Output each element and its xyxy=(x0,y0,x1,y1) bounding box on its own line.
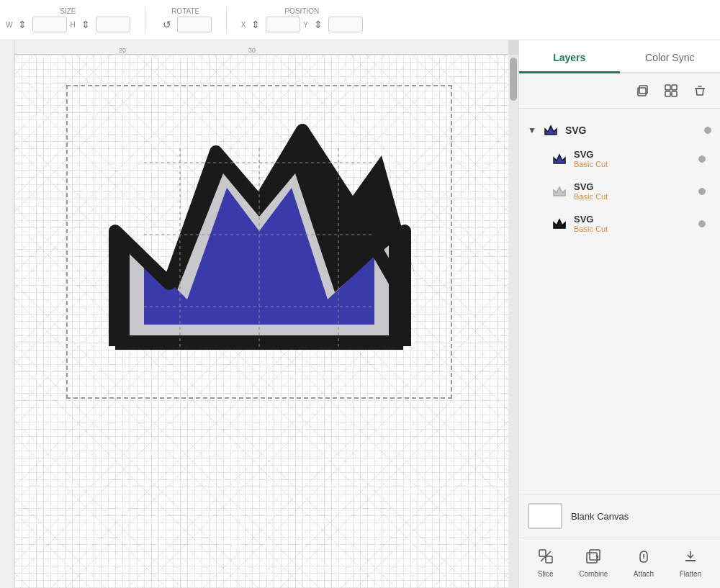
main-toolbar: Size W ⇕ H ⇕ Rotate ↺ Position X ⇕ Y ⇕ xyxy=(0,0,720,40)
canvas-area[interactable]: 20 30 xyxy=(0,40,518,588)
attach-label: Attach xyxy=(634,570,654,578)
y-input[interactable] xyxy=(328,17,363,32)
size-row: W ⇕ H ⇕ xyxy=(6,17,130,32)
ruler-mark-20: 20 xyxy=(119,47,126,54)
ruler-horizontal: 20 30 xyxy=(0,40,508,55)
layer-3-name: SVG xyxy=(574,214,608,225)
combine-label: Combine xyxy=(579,570,608,578)
y-stepper[interactable]: ⇕ xyxy=(311,17,325,32)
blank-canvas-label: Blank Canvas xyxy=(571,511,629,522)
flatten-icon xyxy=(683,548,698,568)
delete-icon xyxy=(693,83,707,98)
rotate-input[interactable] xyxy=(177,17,212,32)
right-panel: Layers Color Sync xyxy=(518,40,720,588)
crown-svg[interactable] xyxy=(72,91,446,379)
layer-3-visibility[interactable] xyxy=(698,220,706,227)
attach-icon xyxy=(636,548,652,568)
layer-2-visibility[interactable] xyxy=(698,188,706,195)
svg-rect-12 xyxy=(539,550,546,556)
panel-tabs: Layers Color Sync xyxy=(519,40,720,73)
layer-2-info: SVG Basic Cut xyxy=(574,181,608,201)
group-icon xyxy=(664,83,678,98)
crown-container[interactable] xyxy=(72,91,446,393)
combine-button[interactable]: Combine xyxy=(573,546,613,581)
group-crown-icon xyxy=(542,122,559,139)
position-group: Position X ⇕ Y ⇕ xyxy=(241,7,363,32)
layer-2-crown-icon xyxy=(551,183,568,200)
position-row: X ⇕ Y ⇕ xyxy=(241,17,363,32)
duplicate-button[interactable] xyxy=(631,79,654,102)
ruler-mark-30: 30 xyxy=(248,47,256,54)
group-button[interactable] xyxy=(660,79,683,102)
rotate-row: ↺ xyxy=(160,17,212,32)
sep2 xyxy=(226,7,227,33)
position-label: Position xyxy=(284,7,319,15)
h-stepper[interactable]: ⇕ xyxy=(78,17,93,32)
sep1 xyxy=(145,7,145,33)
layer-group-name: SVG xyxy=(565,125,587,136)
slice-label: Slice xyxy=(538,570,554,578)
h-input[interactable] xyxy=(96,17,130,32)
tab-color-sync[interactable]: Color Sync xyxy=(620,40,721,72)
tab-layers[interactable]: Layers xyxy=(519,40,620,72)
layers-list: ▼ SVG xyxy=(519,109,720,494)
blank-canvas-section: Blank Canvas xyxy=(519,494,720,538)
layer-3-crown-icon xyxy=(551,215,568,232)
layer-1-name: SVG xyxy=(574,149,608,160)
layer-group-svg: ▼ SVG xyxy=(519,114,720,245)
main-area: 20 30 xyxy=(0,40,720,588)
layer-item-3[interactable]: SVG Basic Cut xyxy=(528,208,711,239)
layer-1-crown-icon xyxy=(551,150,568,168)
chevron-down-icon: ▼ xyxy=(528,125,536,135)
w-stepper[interactable]: ⇕ xyxy=(15,17,30,32)
ruler-vertical xyxy=(0,40,14,588)
scrollbar-thumb[interactable] xyxy=(510,58,517,101)
x-label: X xyxy=(241,21,246,29)
blank-canvas-thumbnail xyxy=(528,503,562,529)
panel-bottom-toolbar: Slice Combine xyxy=(519,538,720,588)
y-label: Y xyxy=(303,21,308,29)
slice-icon xyxy=(538,548,554,568)
svg-rect-9 xyxy=(672,85,677,90)
scrollbar-vertical[interactable] xyxy=(508,55,518,588)
x-input[interactable] xyxy=(266,17,300,32)
svg-rect-13 xyxy=(546,556,552,563)
grid-canvas[interactable] xyxy=(14,55,508,588)
duplicate-icon xyxy=(635,83,649,98)
svg-rect-11 xyxy=(672,91,677,96)
group-visibility-dot[interactable] xyxy=(704,127,711,134)
combine-icon xyxy=(585,548,601,568)
layer-2-type: Basic Cut xyxy=(574,192,608,201)
size-label: Size xyxy=(60,7,76,15)
w-input[interactable] xyxy=(32,17,67,32)
layer-1-visibility[interactable] xyxy=(698,155,706,163)
rotate-icon[interactable]: ↺ xyxy=(160,17,174,32)
w-label: W xyxy=(6,21,12,29)
layer-3-info: SVG Basic Cut xyxy=(574,214,608,233)
delete-button[interactable] xyxy=(688,79,711,102)
svg-rect-15 xyxy=(587,553,597,563)
layer-item-1[interactable]: SVG Basic Cut xyxy=(528,143,711,174)
slice-button[interactable]: Slice xyxy=(532,546,559,581)
x-stepper[interactable]: ⇕ xyxy=(248,17,263,32)
panel-toolbar xyxy=(519,73,720,109)
layer-1-info: SVG Basic Cut xyxy=(574,149,608,168)
attach-button[interactable]: Attach xyxy=(628,546,660,581)
rotate-group: Rotate ↺ xyxy=(160,7,212,32)
h-label: H xyxy=(70,21,75,29)
flatten-button[interactable]: Flatten xyxy=(674,546,708,581)
svg-rect-10 xyxy=(665,91,670,96)
layer-2-name: SVG xyxy=(574,181,608,192)
blank-canvas-item[interactable]: Blank Canvas xyxy=(528,503,711,529)
size-group: Size W ⇕ H ⇕ xyxy=(6,7,130,32)
layer-3-type: Basic Cut xyxy=(574,225,608,233)
layer-1-type: Basic Cut xyxy=(574,160,608,168)
flatten-label: Flatten xyxy=(680,570,702,578)
layer-group-header[interactable]: ▼ SVG xyxy=(528,119,711,142)
rotate-label: Rotate xyxy=(171,7,199,15)
svg-rect-8 xyxy=(665,85,670,90)
layer-item-2[interactable]: SVG Basic Cut xyxy=(528,176,711,207)
